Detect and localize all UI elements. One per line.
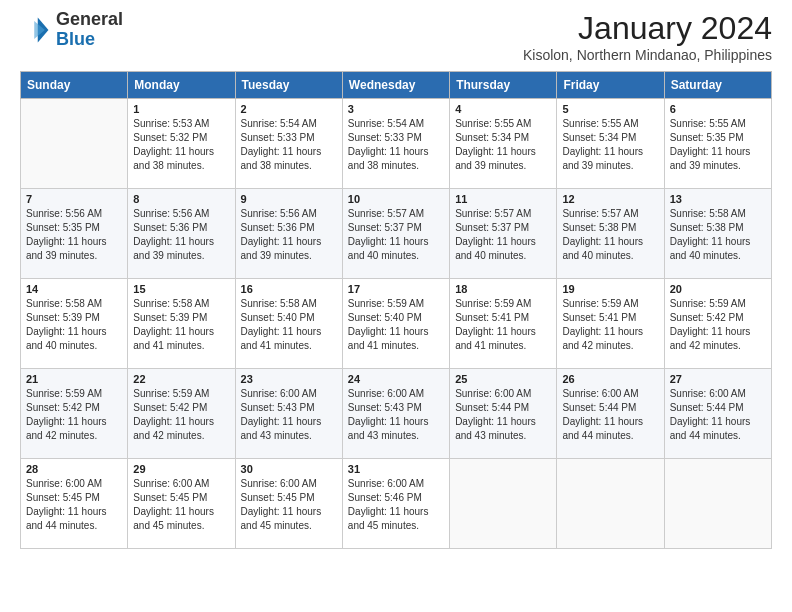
day-number: 6	[670, 103, 766, 115]
calendar-cell	[450, 459, 557, 549]
day-number: 2	[241, 103, 337, 115]
calendar-week-row: 1Sunrise: 5:53 AMSunset: 5:32 PMDaylight…	[21, 99, 772, 189]
day-number: 25	[455, 373, 551, 385]
day-info: Sunrise: 5:57 AMSunset: 5:38 PMDaylight:…	[562, 207, 658, 263]
calendar-cell: 26Sunrise: 6:00 AMSunset: 5:44 PMDayligh…	[557, 369, 664, 459]
calendar-cell: 21Sunrise: 5:59 AMSunset: 5:42 PMDayligh…	[21, 369, 128, 459]
calendar-cell: 1Sunrise: 5:53 AMSunset: 5:32 PMDaylight…	[128, 99, 235, 189]
day-number: 31	[348, 463, 444, 475]
day-info: Sunrise: 5:59 AMSunset: 5:41 PMDaylight:…	[562, 297, 658, 353]
calendar-cell	[664, 459, 771, 549]
calendar-cell	[21, 99, 128, 189]
calendar-week-row: 28Sunrise: 6:00 AMSunset: 5:45 PMDayligh…	[21, 459, 772, 549]
day-number: 16	[241, 283, 337, 295]
weekday-header: Tuesday	[235, 72, 342, 99]
day-number: 24	[348, 373, 444, 385]
logo: General Blue	[20, 10, 123, 50]
day-info: Sunrise: 5:59 AMSunset: 5:42 PMDaylight:…	[133, 387, 229, 443]
calendar-cell: 7Sunrise: 5:56 AMSunset: 5:35 PMDaylight…	[21, 189, 128, 279]
day-info: Sunrise: 5:55 AMSunset: 5:35 PMDaylight:…	[670, 117, 766, 173]
calendar-cell: 8Sunrise: 5:56 AMSunset: 5:36 PMDaylight…	[128, 189, 235, 279]
weekday-header: Wednesday	[342, 72, 449, 99]
day-info: Sunrise: 5:58 AMSunset: 5:40 PMDaylight:…	[241, 297, 337, 353]
weekday-header: Friday	[557, 72, 664, 99]
location-title: Kisolon, Northern Mindanao, Philippines	[523, 47, 772, 63]
day-info: Sunrise: 5:57 AMSunset: 5:37 PMDaylight:…	[455, 207, 551, 263]
day-number: 15	[133, 283, 229, 295]
day-number: 27	[670, 373, 766, 385]
weekday-header: Thursday	[450, 72, 557, 99]
day-info: Sunrise: 5:56 AMSunset: 5:35 PMDaylight:…	[26, 207, 122, 263]
day-info: Sunrise: 6:00 AMSunset: 5:43 PMDaylight:…	[348, 387, 444, 443]
day-info: Sunrise: 5:54 AMSunset: 5:33 PMDaylight:…	[348, 117, 444, 173]
month-title: January 2024	[523, 10, 772, 47]
calendar-cell: 19Sunrise: 5:59 AMSunset: 5:41 PMDayligh…	[557, 279, 664, 369]
calendar-cell: 16Sunrise: 5:58 AMSunset: 5:40 PMDayligh…	[235, 279, 342, 369]
calendar-week-row: 7Sunrise: 5:56 AMSunset: 5:35 PMDaylight…	[21, 189, 772, 279]
day-info: Sunrise: 5:56 AMSunset: 5:36 PMDaylight:…	[133, 207, 229, 263]
day-number: 3	[348, 103, 444, 115]
weekday-header: Monday	[128, 72, 235, 99]
logo-general: General	[56, 10, 123, 30]
day-number: 7	[26, 193, 122, 205]
calendar-cell: 4Sunrise: 5:55 AMSunset: 5:34 PMDaylight…	[450, 99, 557, 189]
day-info: Sunrise: 5:59 AMSunset: 5:42 PMDaylight:…	[26, 387, 122, 443]
calendar-cell: 12Sunrise: 5:57 AMSunset: 5:38 PMDayligh…	[557, 189, 664, 279]
day-number: 5	[562, 103, 658, 115]
calendar-cell: 31Sunrise: 6:00 AMSunset: 5:46 PMDayligh…	[342, 459, 449, 549]
day-number: 12	[562, 193, 658, 205]
day-number: 23	[241, 373, 337, 385]
calendar-cell: 13Sunrise: 5:58 AMSunset: 5:38 PMDayligh…	[664, 189, 771, 279]
calendar-cell	[557, 459, 664, 549]
calendar-cell: 20Sunrise: 5:59 AMSunset: 5:42 PMDayligh…	[664, 279, 771, 369]
weekday-header: Sunday	[21, 72, 128, 99]
day-info: Sunrise: 5:58 AMSunset: 5:39 PMDaylight:…	[133, 297, 229, 353]
calendar-week-row: 14Sunrise: 5:58 AMSunset: 5:39 PMDayligh…	[21, 279, 772, 369]
calendar-cell: 28Sunrise: 6:00 AMSunset: 5:45 PMDayligh…	[21, 459, 128, 549]
day-info: Sunrise: 5:55 AMSunset: 5:34 PMDaylight:…	[562, 117, 658, 173]
day-info: Sunrise: 6:00 AMSunset: 5:45 PMDaylight:…	[133, 477, 229, 533]
calendar-cell: 27Sunrise: 6:00 AMSunset: 5:44 PMDayligh…	[664, 369, 771, 459]
day-info: Sunrise: 5:54 AMSunset: 5:33 PMDaylight:…	[241, 117, 337, 173]
day-info: Sunrise: 5:59 AMSunset: 5:40 PMDaylight:…	[348, 297, 444, 353]
day-info: Sunrise: 5:56 AMSunset: 5:36 PMDaylight:…	[241, 207, 337, 263]
day-number: 14	[26, 283, 122, 295]
calendar-cell: 9Sunrise: 5:56 AMSunset: 5:36 PMDaylight…	[235, 189, 342, 279]
day-number: 18	[455, 283, 551, 295]
day-number: 22	[133, 373, 229, 385]
calendar-cell: 15Sunrise: 5:58 AMSunset: 5:39 PMDayligh…	[128, 279, 235, 369]
day-info: Sunrise: 5:58 AMSunset: 5:39 PMDaylight:…	[26, 297, 122, 353]
calendar-cell: 30Sunrise: 6:00 AMSunset: 5:45 PMDayligh…	[235, 459, 342, 549]
day-info: Sunrise: 5:59 AMSunset: 5:41 PMDaylight:…	[455, 297, 551, 353]
day-number: 28	[26, 463, 122, 475]
day-number: 30	[241, 463, 337, 475]
day-number: 8	[133, 193, 229, 205]
calendar-cell: 3Sunrise: 5:54 AMSunset: 5:33 PMDaylight…	[342, 99, 449, 189]
logo-icon	[20, 14, 52, 46]
day-info: Sunrise: 6:00 AMSunset: 5:44 PMDaylight:…	[455, 387, 551, 443]
calendar-cell: 6Sunrise: 5:55 AMSunset: 5:35 PMDaylight…	[664, 99, 771, 189]
calendar-cell: 14Sunrise: 5:58 AMSunset: 5:39 PMDayligh…	[21, 279, 128, 369]
day-number: 10	[348, 193, 444, 205]
calendar-week-row: 21Sunrise: 5:59 AMSunset: 5:42 PMDayligh…	[21, 369, 772, 459]
day-info: Sunrise: 5:57 AMSunset: 5:37 PMDaylight:…	[348, 207, 444, 263]
day-number: 9	[241, 193, 337, 205]
day-number: 17	[348, 283, 444, 295]
calendar-cell: 29Sunrise: 6:00 AMSunset: 5:45 PMDayligh…	[128, 459, 235, 549]
calendar-table: SundayMondayTuesdayWednesdayThursdayFrid…	[20, 71, 772, 549]
day-info: Sunrise: 5:55 AMSunset: 5:34 PMDaylight:…	[455, 117, 551, 173]
calendar-cell: 17Sunrise: 5:59 AMSunset: 5:40 PMDayligh…	[342, 279, 449, 369]
calendar-cell: 23Sunrise: 6:00 AMSunset: 5:43 PMDayligh…	[235, 369, 342, 459]
day-number: 29	[133, 463, 229, 475]
calendar-cell: 25Sunrise: 6:00 AMSunset: 5:44 PMDayligh…	[450, 369, 557, 459]
day-info: Sunrise: 5:59 AMSunset: 5:42 PMDaylight:…	[670, 297, 766, 353]
day-info: Sunrise: 6:00 AMSunset: 5:45 PMDaylight:…	[241, 477, 337, 533]
calendar-cell: 11Sunrise: 5:57 AMSunset: 5:37 PMDayligh…	[450, 189, 557, 279]
calendar-cell: 24Sunrise: 6:00 AMSunset: 5:43 PMDayligh…	[342, 369, 449, 459]
calendar-cell: 22Sunrise: 5:59 AMSunset: 5:42 PMDayligh…	[128, 369, 235, 459]
weekday-header-row: SundayMondayTuesdayWednesdayThursdayFrid…	[21, 72, 772, 99]
day-number: 20	[670, 283, 766, 295]
day-info: Sunrise: 6:00 AMSunset: 5:43 PMDaylight:…	[241, 387, 337, 443]
calendar-cell: 10Sunrise: 5:57 AMSunset: 5:37 PMDayligh…	[342, 189, 449, 279]
day-number: 19	[562, 283, 658, 295]
